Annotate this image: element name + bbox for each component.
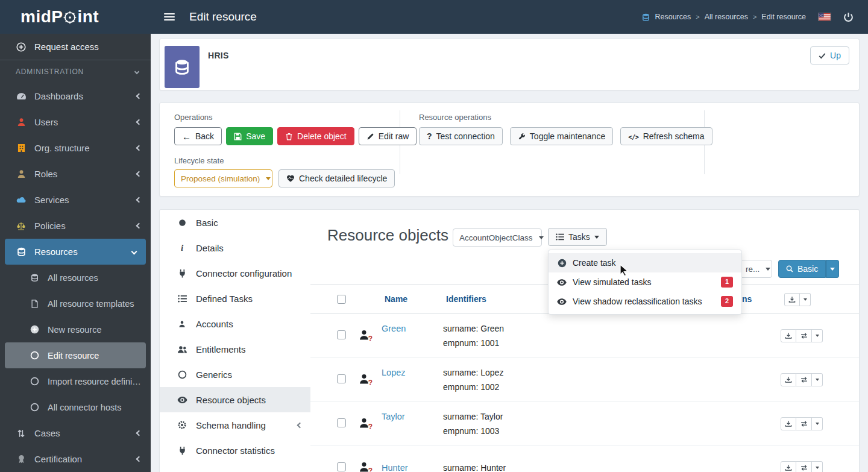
sidebar-item-resources[interactable]: Resources	[5, 239, 146, 265]
row-checkbox[interactable]	[337, 374, 346, 383]
column-header-identifiers[interactable]: Identifiers	[446, 294, 486, 304]
search-scope-select[interactable]: re...	[739, 260, 772, 278]
menu-item-resource-objects[interactable]: Resource objects	[160, 387, 310, 412]
chevron-left-icon	[136, 430, 142, 436]
menu-item-view-shadow-reclassification-tasks[interactable]: View shadow reclassification tasks 2	[549, 292, 741, 311]
menu-item-accounts[interactable]: Accounts	[160, 311, 310, 336]
resource-status-up-button[interactable]: Up	[810, 46, 849, 65]
sync-button[interactable]	[796, 461, 812, 472]
row-checkbox[interactable]	[337, 418, 346, 427]
heart-pulse-icon	[286, 175, 295, 182]
sidebar-item-certification[interactable]: Certification	[0, 446, 151, 472]
breadcrumb-all-resources[interactable]: All resources	[705, 13, 748, 21]
tasks-dropdown-button[interactable]: Tasks	[548, 228, 607, 246]
menu-item-schema-handling[interactable]: Schema handling	[160, 412, 310, 438]
select-all-checkbox[interactable]	[337, 295, 346, 304]
menu-item-connector-statistics[interactable]: Connector statistics	[160, 438, 310, 463]
chevron-left-icon	[297, 422, 303, 428]
download-button[interactable]	[781, 417, 796, 430]
sidebar-item-users[interactable]: Users	[0, 109, 151, 135]
sidebar-item-request-access[interactable]: Request access	[0, 34, 151, 60]
sidebar-item-import-resource-definition[interactable]: Import resource definit...	[0, 368, 151, 394]
row-checkbox[interactable]	[337, 462, 346, 471]
download-icon	[785, 464, 792, 471]
sidebar-item-all-connector-hosts[interactable]: All connector hosts	[0, 394, 151, 420]
sync-button[interactable]	[796, 373, 812, 386]
chevron-left-icon	[136, 145, 142, 151]
search-mode-button-group: Basic	[778, 260, 839, 278]
people-icon	[177, 344, 187, 354]
lifecycle-state-select[interactable]: Proposed (simulation)	[174, 169, 272, 187]
save-button[interactable]: Save	[226, 127, 273, 145]
row-name-link[interactable]: Hunter	[382, 463, 408, 472]
unknown-situation-mark	[368, 467, 373, 472]
logout-power-icon[interactable]	[843, 12, 854, 22]
sidebar-item-org-structure[interactable]: Org. structure	[0, 135, 151, 161]
row-menu-caret-button[interactable]	[812, 417, 823, 430]
row-menu-caret-button[interactable]	[812, 329, 823, 342]
resource-objects-title: Resource objects	[327, 226, 448, 245]
sidebar-item-edit-resource[interactable]: Edit resource	[5, 342, 146, 368]
download-button[interactable]	[781, 461, 796, 472]
resource-details-panel: Basic Details Connector configuration De…	[159, 209, 860, 472]
midpoint-app: midP int Edit resource Resources > All r…	[0, 0, 868, 472]
sync-button[interactable]	[796, 417, 812, 430]
menu-item-view-simulated-tasks[interactable]: View simulated tasks 1	[549, 272, 741, 292]
menu-item-details[interactable]: Details	[160, 235, 310, 260]
row-menu-caret-button[interactable]	[812, 461, 823, 472]
sidebar-item-services[interactable]: Services	[0, 187, 151, 213]
brand-logo[interactable]: midP int	[0, 7, 151, 27]
sidebar-item-new-resource[interactable]: New resource	[0, 316, 151, 342]
identifier-line: empnum: 1002	[443, 380, 684, 394]
sidebar-item-cases[interactable]: Cases	[0, 420, 151, 446]
resource-breadcrumb-icon	[642, 13, 650, 21]
sidebar-item-dashboards[interactable]: Dashboards	[0, 83, 151, 109]
menu-item-create-task[interactable]: Create task	[549, 253, 741, 272]
sidebar-toggle-icon[interactable]	[164, 13, 175, 20]
download-button[interactable]	[781, 373, 796, 386]
row-name-link[interactable]: Green	[382, 324, 406, 333]
identifier-line: surname: Green	[443, 321, 684, 336]
sidebar-item-all-resource-templates[interactable]: All resource templates	[0, 291, 151, 316]
menu-item-basic[interactable]: Basic	[160, 210, 310, 235]
row-checkbox[interactable]	[337, 330, 346, 339]
eye-icon	[557, 279, 567, 286]
menu-item-generics[interactable]: Generics	[160, 362, 310, 387]
menu-item-connector-configuration[interactable]: Connector configuration	[160, 260, 310, 286]
sync-button[interactable]	[796, 329, 812, 342]
edit-raw-button[interactable]: Edit raw	[359, 127, 417, 145]
breadcrumb-edit-resource[interactable]: Edit resource	[761, 13, 806, 21]
export-caret-button[interactable]	[800, 293, 811, 306]
refresh-schema-button[interactable]: Refresh schema	[620, 127, 712, 145]
table-row: Hunter surname: Hunter	[310, 446, 859, 472]
compass-icon	[63, 11, 77, 24]
download-button[interactable]	[781, 329, 796, 342]
menu-item-defined-tasks[interactable]: Defined Tasks	[160, 286, 310, 311]
row-name-link[interactable]: Lopez	[382, 368, 406, 377]
menu-item-entitlements[interactable]: Entitlements	[160, 336, 310, 362]
export-button[interactable]	[784, 293, 800, 306]
breadcrumb: Resources > All resources > Edit resourc…	[642, 13, 806, 21]
column-header-name[interactable]: Name	[385, 294, 407, 304]
object-class-select[interactable]: AccountObjectClass	[453, 228, 542, 247]
sidebar-item-roles[interactable]: Roles	[0, 161, 151, 187]
row-menu-caret-button[interactable]	[812, 373, 823, 386]
lifecycle-state-label: Lifecycle state	[174, 156, 224, 165]
language-flag-us[interactable]	[818, 13, 831, 21]
back-button[interactable]: Back	[174, 127, 222, 145]
task-count-badge: 2	[721, 296, 733, 306]
sidebar-item-policies[interactable]: Policies	[0, 213, 151, 239]
toggle-maintenance-button[interactable]: Toggle maintenance	[510, 127, 613, 145]
identifier-line: empnum: 1001	[443, 336, 684, 350]
check-detailed-lifecycle-button[interactable]: Check detailed lifecycle	[278, 169, 395, 187]
sidebar-item-all-resources[interactable]: All resources	[0, 265, 151, 291]
sidebar-section-administration[interactable]: ADMINISTRATION	[0, 60, 151, 83]
search-mode-caret-button[interactable]	[826, 260, 839, 278]
search-basic-button[interactable]: Basic	[778, 260, 826, 278]
breadcrumb-resources[interactable]: Resources	[655, 13, 691, 21]
account-shadow-icon	[359, 328, 370, 342]
delete-object-button[interactable]: Delete object	[277, 127, 354, 145]
row-name-link[interactable]: Taylor	[382, 412, 405, 421]
test-connection-button[interactable]: Test connection	[419, 127, 503, 145]
pencil-icon	[366, 133, 374, 140]
